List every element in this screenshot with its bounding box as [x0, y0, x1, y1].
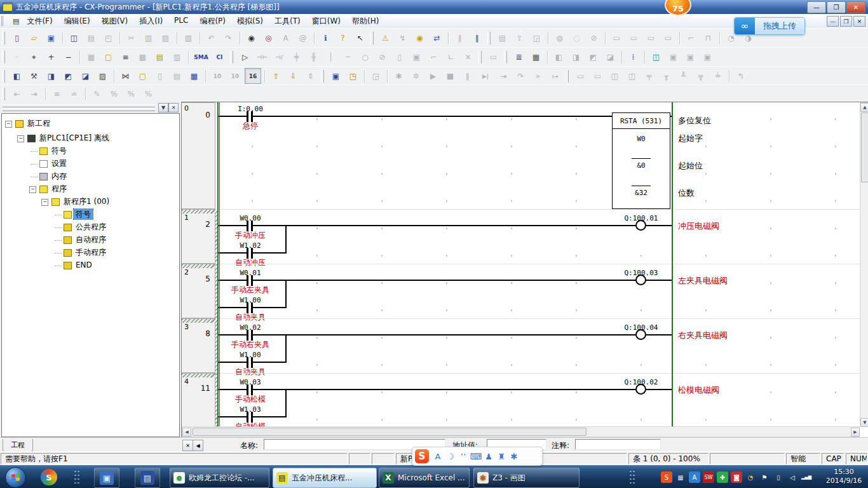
tree-item-公共程序[interactable]: 公共程序 [2, 222, 178, 233]
tree-expander-icon[interactable]: − [17, 135, 24, 142]
account-icon[interactable]: ♟ [482, 452, 495, 461]
menu-item-2[interactable]: 编辑(E) [58, 14, 96, 29]
monitor-ci-icon[interactable]: CI [212, 50, 227, 65]
task-button-4[interactable]: ✱Z3 - 画图 [473, 468, 580, 488]
sogou-tray-icon[interactable]: S [661, 471, 672, 483]
scroll-up-button[interactable]: ▲ [860, 103, 868, 112]
menu-item-1[interactable]: 文件(F) [21, 14, 58, 29]
sogou-logo-icon[interactable]: S [415, 449, 429, 463]
tree-item-label[interactable]: 新工程 [25, 118, 52, 128]
chinese-mode-icon[interactable]: ☽ [444, 452, 457, 461]
rung-comment-icon[interactable]: ▢ [100, 50, 116, 65]
compile-icon[interactable]: ⚠ [377, 30, 393, 46]
tree-item-label[interactable]: 内存 [50, 171, 69, 181]
punctuation-icon[interactable]: ’’ [457, 452, 470, 461]
workspace-close-button[interactable]: ✕ [168, 103, 179, 112]
browse-hierarchy-icon[interactable]: ≣ [511, 50, 527, 65]
window-project-icon[interactable]: ◧ [9, 68, 25, 84]
find-replace-icon[interactable]: ◎ [261, 30, 276, 46]
zoom-region-icon[interactable]: ⌖ [26, 50, 42, 65]
context-help-icon[interactable]: ↖ [352, 30, 368, 46]
tree-item-新PLC1[CP1E] 离线[interactable]: −新PLC1[CP1E] 离线 [2, 133, 178, 144]
tree-item-label[interactable]: 新程序1 (00) [62, 196, 111, 207]
select-mode-icon[interactable]: ▷ [237, 50, 253, 65]
menu-item-5[interactable]: PLC [168, 14, 194, 29]
symbols-upload-icon[interactable]: ⇧ [268, 68, 284, 84]
menu-item-4[interactable]: 插入(I) [133, 14, 168, 29]
solidworks-icon[interactable]: SW [703, 471, 714, 483]
workspace-dropdown-button[interactable]: ▼ [158, 103, 168, 112]
hourly-grid-icon[interactable]: ▦ [528, 50, 544, 65]
quick-media-button[interactable]: ▤ [135, 468, 160, 488]
tree-expander-icon[interactable]: − [41, 199, 48, 206]
monitor-sma-icon[interactable]: SMA [192, 50, 210, 65]
format-hex-icon[interactable]: 16 [245, 68, 261, 84]
scroll-right-button[interactable]: ▶ [851, 428, 860, 437]
translator-icon[interactable]: A [689, 471, 700, 483]
taskbar-clock[interactable]: 15:30 2014/9/16 [822, 468, 865, 485]
tree-item-label[interactable]: 符号 [50, 146, 69, 156]
tree-item-手动程序[interactable]: 手动程序 [2, 247, 178, 259]
rung-list-icon[interactable]: ≡ [118, 50, 133, 65]
window-output-icon[interactable]: ◪ [78, 68, 93, 84]
tree-item-label[interactable]: 符号 [74, 209, 93, 219]
about-icon[interactable]: ℹ [318, 30, 334, 46]
open-icon[interactable]: ▱ [26, 30, 42, 46]
tree-item-label[interactable]: 自动程序 [74, 234, 108, 245]
horizontal-scroll-thumb[interactable] [193, 428, 587, 436]
address-reference-icon[interactable]: ⁞ [625, 50, 641, 65]
task-button-2[interactable]: ▤五金冲压机床程... [273, 468, 377, 488]
english-mode-icon[interactable]: A [431, 452, 444, 461]
docking-grip[interactable] [3, 108, 155, 111]
print-preview-report-icon[interactable]: ◫ [66, 30, 82, 46]
address-comment-tool-icon[interactable]: ▢ [135, 68, 151, 84]
skin-icon[interactable]: ♜ [495, 452, 508, 461]
minimize-button[interactable]: — [807, 1, 826, 13]
menu-item-6[interactable]: 编程(P) [194, 14, 231, 29]
symbol-table-icon[interactable]: ▤ [152, 50, 168, 65]
menu-item-8[interactable]: 工具(T) [269, 14, 306, 29]
tree-item-label[interactable]: END [74, 260, 94, 270]
drag-upload-overlay[interactable]: ∞ 拖拽上传 [734, 17, 805, 35]
mdi-close-button[interactable]: ✕ [853, 16, 865, 27]
help-icon[interactable]: ? [335, 30, 351, 46]
find-icon[interactable]: ◉ [243, 30, 259, 46]
ladder-horizontal-scrollbar[interactable]: ◀ ▶ [182, 426, 860, 437]
window-properties-icon[interactable]: ▨ [95, 68, 111, 84]
tree-item-内存[interactable]: 内存 [2, 171, 178, 182]
ladder-vertical-scrollbar[interactable]: ▲ ▼ [860, 102, 868, 426]
function-block[interactable]: RSTA (531)W0&0&32 [612, 112, 670, 209]
action-center-flag-icon[interactable]: ⚑ [759, 471, 770, 483]
maximize-button[interactable]: ❐ [827, 1, 846, 13]
task-button-1[interactable]: e欧姆龙工控论坛 -... [170, 468, 269, 488]
find-report-icon[interactable]: ◉ [412, 30, 428, 46]
rung-margin[interactable]: 411 [182, 373, 215, 426]
tree-item-程序[interactable]: −程序 [2, 184, 178, 195]
antivirus-icon[interactable]: ✚ [717, 471, 728, 483]
qq-icon[interactable]: ◔ [745, 471, 756, 483]
tree-item-label[interactable]: 手动程序 [74, 247, 108, 257]
tree-expander-icon[interactable]: − [29, 186, 36, 193]
mdi-minimize-button[interactable]: — [827, 16, 839, 27]
zoom-out-icon[interactable]: − [60, 50, 76, 65]
scroll-down-button[interactable]: ▼ [860, 418, 868, 427]
menu-item-10[interactable]: 帮助(H) [346, 14, 384, 29]
rung-margin[interactable]: 38 [182, 318, 215, 373]
sogou-quick-icon[interactable]: S [41, 469, 57, 485]
tree-item-自动程序[interactable]: 自动程序 [2, 234, 178, 246]
window-find-report-icon[interactable]: ◨ [43, 68, 59, 84]
tree-item-新工程[interactable]: −新工程 [2, 118, 178, 130]
window-watch-icon[interactable]: ◩ [60, 68, 76, 84]
app-badge-icon[interactable]: ◙ [731, 471, 742, 483]
new-icon[interactable]: ▯ [9, 30, 25, 46]
tree-item-label[interactable]: 设置 [50, 158, 69, 168]
comment-input[interactable] [575, 439, 661, 450]
tree-expander-icon[interactable]: − [5, 121, 12, 128]
task-button-3[interactable]: XMicrosoft Excel ... [379, 468, 470, 488]
ime-keyboard-icon[interactable]: ▦ [675, 471, 686, 483]
plc-clock-icon[interactable]: ◫ [648, 50, 664, 65]
tree-item-label[interactable]: 新PLC1[CP1E] 离线 [37, 133, 111, 143]
pane-scroll-button[interactable]: ◀ [193, 440, 203, 451]
start-button[interactable] [5, 467, 26, 488]
menu-item-3[interactable]: 视图(V) [96, 14, 134, 29]
